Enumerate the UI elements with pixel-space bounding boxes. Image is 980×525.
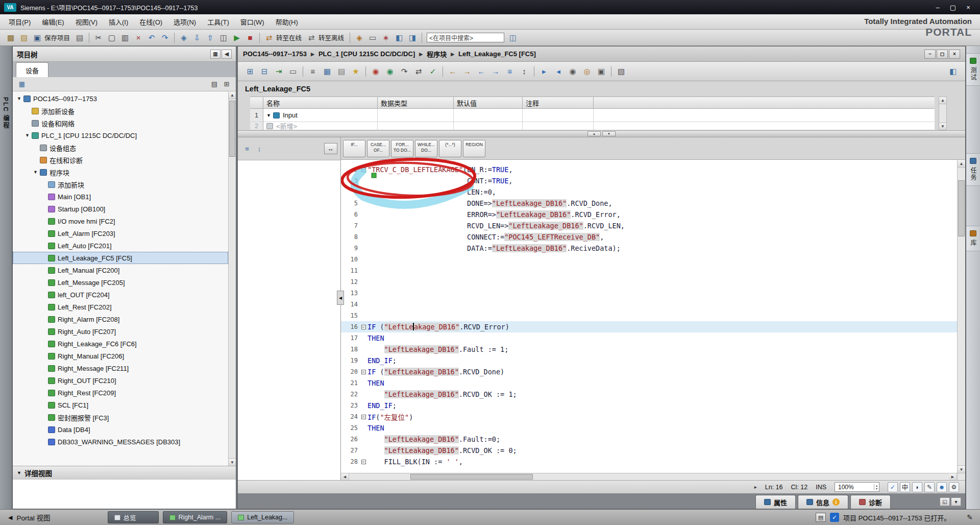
- code-line[interactable]: 21THEN: [341, 377, 957, 389]
- snapshot-icon[interactable]: ▣: [595, 65, 608, 78]
- tab-devices[interactable]: 设备: [16, 62, 48, 77]
- code-editor[interactable]: 2−"TRCV_C_DB_LEFTLEAKAGE"(EN_R:=TRUE,3 C…: [341, 160, 965, 473]
- receive-alarms-icon[interactable]: ▭: [366, 32, 379, 44]
- tree-item[interactable]: SCL [FC1]: [13, 399, 228, 411]
- tree-item[interactable]: ▼POC145--0917--1753: [13, 92, 228, 105]
- menu-item[interactable]: 编辑(E): [36, 15, 69, 29]
- splitter-collapse-up-icon[interactable]: ▲: [587, 131, 601, 136]
- go-offline-label[interactable]: 转至离线: [318, 33, 344, 42]
- tree-item[interactable]: Left_Alarm [FC203]: [13, 227, 228, 240]
- code-line[interactable]: 9 DATA:="LeftLeakage_DB16".ReciveData);: [341, 243, 957, 254]
- taskbar-tab[interactable]: Right_Alarm ...: [163, 511, 228, 523]
- splitter-expand-down-icon[interactable]: ▼: [602, 131, 616, 136]
- code-line[interactable]: 17THEN: [341, 332, 957, 344]
- insert-row-icon[interactable]: ⇥: [272, 65, 285, 78]
- tree-item[interactable]: Left_Manual [FC200]: [13, 264, 228, 276]
- interface-default-cell[interactable]: [454, 122, 523, 130]
- restore-inspector-icon[interactable]: ◱: [940, 497, 950, 506]
- right-rail-tab-测试[interactable]: 测试: [966, 53, 980, 86]
- code-line[interactable]: 10: [341, 254, 957, 265]
- code-line[interactable]: 11: [341, 265, 957, 276]
- interface-name-cell[interactable]: <新增>: [263, 122, 378, 130]
- modify-icon[interactable]: ◎: [580, 65, 594, 78]
- save-project-icon[interactable]: ▣: [31, 32, 43, 44]
- compare-blocks-icon[interactable]: ↕: [254, 143, 265, 154]
- fold-minus-icon[interactable]: −: [361, 415, 366, 419]
- split-horizontal-icon[interactable]: ◧: [393, 32, 405, 44]
- search-input[interactable]: [427, 33, 504, 42]
- interface-comment-cell[interactable]: [523, 122, 594, 130]
- bookmark-next-icon[interactable]: ▸: [537, 65, 551, 78]
- extended-view-icon[interactable]: ⊞: [221, 79, 232, 90]
- pen-icon[interactable]: ✎: [924, 482, 935, 492]
- menu-item[interactable]: 项目(P): [3, 15, 36, 29]
- interface-scroll-up-icon[interactable]: ▲: [939, 97, 946, 104]
- taskbar-tab[interactable]: 总览: [108, 511, 159, 523]
- tree-item[interactable]: Data [DB4]: [13, 423, 228, 436]
- code-vertical-scrollbar[interactable]: ▲ ▼: [957, 160, 965, 473]
- tree-item[interactable]: Left_Leakage_FC5 [FC5]: [13, 252, 228, 264]
- tree-item[interactable]: Startup [OB100]: [13, 203, 228, 215]
- tree-item[interactable]: ▼PLC_1 [CPU 1215C DC/DC/DC]: [13, 129, 228, 141]
- menu-item[interactable]: 窗口(W): [235, 15, 270, 29]
- tab-诊断[interactable]: 诊断: [850, 495, 891, 509]
- portal-view-button[interactable]: ◀ Portal 视图: [4, 512, 55, 522]
- expand-width-icon[interactable]: ↔: [324, 143, 337, 154]
- interface-type-cell[interactable]: [378, 122, 454, 130]
- tree-item[interactable]: Right_Manual [FC206]: [13, 350, 228, 362]
- expander-icon[interactable]: ▼: [24, 133, 31, 138]
- code-line[interactable]: 6 ERROR=>"LeftLeakage_DB16".RCVD_Error,: [341, 209, 957, 220]
- menu-item[interactable]: 选项(N): [168, 15, 202, 29]
- online-diagnostics-icon[interactable]: ◈: [353, 32, 365, 44]
- menu-item[interactable]: 帮助(H): [270, 15, 304, 29]
- code-line[interactable]: 5 DONE=>"LeftLeakage_DB16".RCVD_Done,: [341, 198, 957, 209]
- code-line[interactable]: 15: [341, 310, 957, 321]
- expander-icon[interactable]: ▼: [266, 113, 271, 118]
- memory-card-icon[interactable]: ▤: [816, 513, 826, 522]
- paste-icon[interactable]: ▥: [119, 32, 131, 44]
- breadcrumb-item[interactable]: 程序块: [427, 49, 447, 59]
- prev-error-icon[interactable]: ◉: [369, 65, 382, 78]
- undo-icon[interactable]: ↶: [145, 32, 158, 44]
- code-line[interactable]: 18 "LeftLeakage_DB16".Fault := 1;: [341, 344, 957, 355]
- device-snapshot-icon[interactable]: ◫: [217, 32, 230, 44]
- go-online-label[interactable]: 转至在线: [276, 33, 302, 42]
- menu-item[interactable]: 在线(O): [134, 15, 168, 29]
- pin-panel-icon[interactable]: ▥: [210, 50, 220, 59]
- compile-icon[interactable]: ◈: [178, 32, 190, 44]
- check-icon[interactable]: ✓: [888, 482, 898, 492]
- code-scroll-down-icon[interactable]: ▼: [958, 465, 965, 473]
- tree-item[interactable]: Right_OUT [FC210]: [13, 374, 228, 387]
- absolute-operands-icon[interactable]: ≡: [306, 65, 320, 78]
- tree-item[interactable]: Right_Leakage_FC6 [FC6]: [13, 338, 228, 350]
- status-expand-icon[interactable]: ▸: [754, 484, 757, 490]
- monitor-icon[interactable]: ◉: [566, 65, 579, 78]
- line-marks-icon[interactable]: ↕: [518, 65, 531, 78]
- favorites-icon[interactable]: ★: [349, 65, 362, 78]
- code-hscroll-track[interactable]: [349, 473, 949, 480]
- maximize-editor-area-icon[interactable]: ◧: [946, 65, 960, 78]
- fold-minus-icon[interactable]: −: [361, 460, 366, 464]
- tree-item[interactable]: 设备和网络: [13, 117, 228, 129]
- code-line[interactable]: 2−"TRCV_C_DB_LEFTLEAKAGE"(EN_R:=TRUE,: [341, 164, 957, 175]
- tree-filter-icon[interactable]: ▦: [16, 79, 28, 90]
- code-line[interactable]: 27 "LeftLeakage_DB16".RCVD_OK := 0;: [341, 445, 957, 456]
- tree-item[interactable]: Left_Rest [FC202]: [13, 301, 228, 313]
- sort-blocks-icon[interactable]: ≡: [241, 143, 253, 154]
- tree-item[interactable]: ▼程序块: [13, 166, 228, 178]
- go-online-icon[interactable]: ⇄: [263, 32, 275, 44]
- tab-属性[interactable]: 属性: [755, 495, 796, 509]
- snippet-tab[interactable]: CASE...OF...: [367, 140, 389, 157]
- indent-icon[interactable]: →: [460, 65, 474, 78]
- insert-comment-icon[interactable]: ⊟: [258, 65, 271, 78]
- right-rail-tab-任务[interactable]: 任务: [966, 153, 980, 186]
- tree-scroll-thumb[interactable]: [229, 101, 235, 157]
- breadcrumb-item[interactable]: POC145--0917--1753: [243, 50, 307, 58]
- code-scroll-left-icon[interactable]: ◀: [341, 473, 349, 480]
- code-scroll-up-icon[interactable]: ▲: [958, 160, 965, 168]
- code-line[interactable]: 13: [341, 288, 957, 299]
- delete-icon[interactable]: ×: [132, 32, 144, 44]
- syntax-check-icon[interactable]: ✓: [426, 65, 439, 78]
- fold-minus-icon[interactable]: −: [361, 325, 366, 329]
- delete-row-icon[interactable]: ▭: [286, 65, 300, 78]
